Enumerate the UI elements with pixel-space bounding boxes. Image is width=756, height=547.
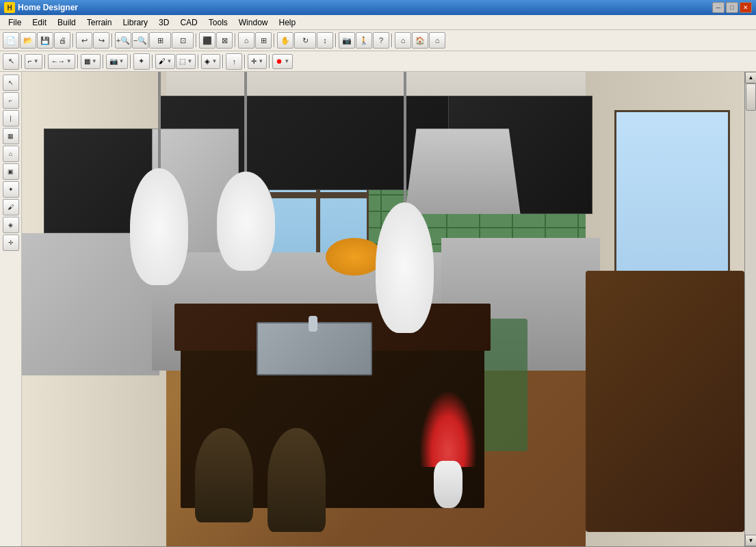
zoom-box-button[interactable]: ⊞ <box>149 32 171 49</box>
orbit-button[interactable]: ↻ <box>294 32 316 49</box>
left-tool-6[interactable]: ▣ <box>3 163 19 180</box>
menu-3d[interactable]: 3D <box>153 16 174 29</box>
scroll-up-button[interactable]: ▲ <box>745 72 756 83</box>
sep1 <box>73 34 74 47</box>
pendant-wire-3 <box>404 72 406 215</box>
toolbar-row-2: ↖ ⌐▼ ←→▼ ▦▼ 📷▼ ✦ 🖌▼ ⬚▼ ◈▼ ↑ <box>0 51 756 71</box>
transform-dropdown[interactable]: ✛▼ <box>248 54 267 69</box>
bar-stool-1 <box>195 428 252 523</box>
sep10 <box>77 55 79 68</box>
window-title: Home Designer <box>18 3 712 12</box>
title-bar-controls: ─ □ ✕ <box>712 2 752 13</box>
left-tool-8[interactable]: 🖌 <box>3 199 19 215</box>
menu-help[interactable]: Help <box>273 16 301 29</box>
pendant-shade-2 <box>217 172 274 271</box>
select-tool-button[interactable]: ↖ <box>3 53 19 70</box>
left-tool-2[interactable]: ⌐ <box>3 92 19 109</box>
menu-cad[interactable]: CAD <box>174 16 203 29</box>
scroll-track-vertical[interactable] <box>745 83 756 535</box>
new-button[interactable]: 📄 <box>3 32 19 49</box>
minimize-button[interactable]: ─ <box>712 2 725 13</box>
pendant-light-1 <box>123 72 196 285</box>
menu-terrain[interactable]: Terrain <box>81 16 118 29</box>
elevation-button[interactable]: ⌂ <box>238 32 255 49</box>
left-tool-3[interactable]: | <box>3 110 19 126</box>
app-icon: H <box>4 2 15 13</box>
floorplan-button[interactable]: ⊞ <box>255 32 272 49</box>
title-bar: H Home Designer ─ □ ✕ <box>0 0 756 15</box>
menu-window[interactable]: Window <box>233 16 274 29</box>
fill-window-button[interactable]: ⬛ <box>199 32 216 49</box>
pendant-shade-1 <box>130 168 187 286</box>
help-button[interactable]: ? <box>373 32 389 49</box>
dimension-dropdown[interactable]: ▦▼ <box>81 54 101 69</box>
pendant-light-3 <box>369 72 441 333</box>
sep15 <box>222 55 224 68</box>
menu-file[interactable]: File <box>3 16 27 29</box>
print-button[interactable]: 🖨 <box>54 32 70 49</box>
maximize-button[interactable]: □ <box>726 2 738 13</box>
menu-build[interactable]: Build <box>52 16 81 29</box>
sep9 <box>44 55 46 68</box>
toolbar-container: 📄 📂 💾 🖨 ↩ ↪ +🔍 −🔍 ⊞ ⊡ ⬛ ⊠ ⌂ ⊞ ✋ ↻ ↕ 📷 🚶 … <box>0 30 756 72</box>
sep7 <box>391 34 393 47</box>
scroll-down-button[interactable]: ▼ <box>745 535 756 546</box>
menu-edit[interactable]: Edit <box>27 16 52 29</box>
zoom-in-button[interactable]: +🔍 <box>115 32 131 49</box>
sep13 <box>152 55 153 68</box>
camera-button[interactable]: 📷 <box>339 32 355 49</box>
record-dropdown[interactable]: ⏺▼ <box>272 54 293 69</box>
sep5 <box>274 34 275 47</box>
bar-stool-2 <box>268 428 325 533</box>
toolbar-row-1: 📄 📂 💾 🖨 ↩ ↪ +🔍 −🔍 ⊞ ⊡ ⬛ ⊠ ⌂ ⊞ ✋ ↻ ↕ 📷 🚶 … <box>0 30 756 51</box>
render1-button[interactable]: ⌂ <box>395 32 411 49</box>
materials-dropdown[interactable]: ◈▼ <box>201 54 220 69</box>
zoom-out-button[interactable]: −🔍 <box>132 32 148 49</box>
tulip-flowers <box>419 390 477 467</box>
render2-button[interactable]: 🏠 <box>412 32 428 49</box>
walk-button[interactable]: 🚶 <box>356 32 372 49</box>
view-all-button[interactable]: ⊠ <box>216 32 233 49</box>
menu-tools[interactable]: Tools <box>203 16 233 29</box>
texture-dropdown[interactable]: ⬚▼ <box>176 54 196 69</box>
left-tool-9[interactable]: ◈ <box>3 217 19 233</box>
kitchen-3d-scene <box>22 72 744 546</box>
left-tool-1[interactable]: ↖ <box>3 75 19 91</box>
left-tool-10[interactable]: ✛ <box>3 235 19 251</box>
main-area: ↖ ⌐ | ▦ ⌂ ▣ ✦ 🖌 ◈ ✛ <box>0 72 756 546</box>
polyline-dropdown[interactable]: ⌐▼ <box>25 54 42 69</box>
pendant-wire-2 <box>244 72 247 181</box>
measure-dropdown[interactable]: ←→▼ <box>48 54 75 69</box>
paint-dropdown[interactable]: 🖌▼ <box>155 54 176 69</box>
render3-button[interactable]: ⌂ <box>429 32 445 49</box>
light-tool-button[interactable]: ✦ <box>133 53 150 70</box>
sep11 <box>103 55 104 68</box>
dining-table <box>586 271 744 532</box>
kitchen-sink <box>257 322 372 375</box>
pendant-wire-1 <box>158 72 161 178</box>
close-button[interactable]: ✕ <box>740 2 752 13</box>
menu-library[interactable]: Library <box>117 16 153 29</box>
left-tool-7[interactable]: ✦ <box>3 181 19 198</box>
move-tool-button[interactable]: ↑ <box>226 53 242 70</box>
sep2 <box>112 34 113 47</box>
save-button[interactable]: 💾 <box>37 32 53 49</box>
pan-button[interactable]: ✋ <box>277 32 294 49</box>
undo-button[interactable]: ↩ <box>76 32 92 49</box>
menu-bar: File Edit Build Terrain Library 3D CAD T… <box>0 15 756 30</box>
sep17 <box>269 55 270 68</box>
zoom-fit-button[interactable]: ⊡ <box>172 32 194 49</box>
left-tool-4[interactable]: ▦ <box>3 128 19 144</box>
sep16 <box>244 55 246 68</box>
updown-button[interactable]: ↕ <box>317 32 333 49</box>
sep8 <box>21 55 23 68</box>
pendant-shade-3 <box>376 202 433 333</box>
scroll-thumb-vertical[interactable] <box>746 83 756 111</box>
open-button[interactable]: 📂 <box>20 32 36 49</box>
faucet <box>309 316 317 331</box>
camera-dropdown[interactable]: 📷▼ <box>106 54 128 69</box>
canvas-area[interactable] <box>22 72 744 546</box>
tulip-vase <box>434 461 462 508</box>
redo-button[interactable]: ↪ <box>93 32 109 49</box>
left-tool-5[interactable]: ⌂ <box>3 146 19 162</box>
